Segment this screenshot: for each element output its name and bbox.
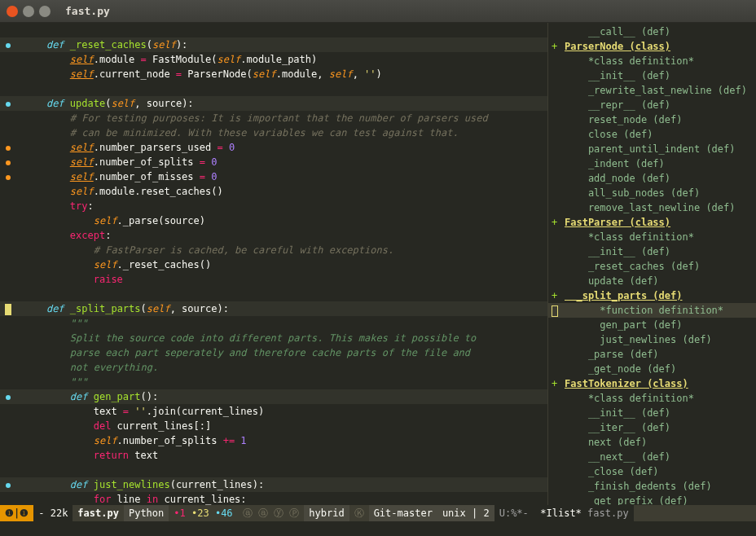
outline-item[interactable]: reset_node (def) bbox=[548, 112, 756, 127]
code-line[interactable]: def gen_part(): bbox=[0, 389, 547, 404]
close-icon[interactable] bbox=[7, 6, 18, 17]
outline-item[interactable]: _parse (def) bbox=[548, 347, 756, 362]
code-line[interactable]: parse each part seperately and therefore… bbox=[0, 345, 547, 360]
outline-item[interactable]: update (def) bbox=[548, 274, 756, 288]
gutter bbox=[0, 463, 16, 477]
code-line[interactable]: self._reset_caches() bbox=[0, 257, 547, 272]
gutter bbox=[0, 316, 16, 331]
outline-item[interactable]: parent_until_indent (def) bbox=[548, 142, 756, 156]
outline-gutter: + bbox=[552, 39, 565, 54]
gutter bbox=[0, 243, 16, 257]
code-line[interactable]: self.number_parsers_used = 0 bbox=[0, 140, 547, 155]
outline-item[interactable]: __next__ (def) bbox=[548, 450, 756, 464]
outline-item[interactable]: add_node (def) bbox=[548, 171, 756, 186]
ml-encoding: unix | 2 bbox=[437, 505, 494, 521]
outline-gutter bbox=[552, 464, 565, 479]
outline-item[interactable]: just_newlines (def) bbox=[548, 332, 756, 347]
outline-item[interactable]: _reset_caches (def) bbox=[548, 259, 756, 274]
outline-label: next (def) bbox=[565, 435, 756, 450]
code-line[interactable] bbox=[0, 81, 547, 96]
outline-item[interactable]: +FastTokenizer (class) bbox=[548, 376, 756, 391]
code-line[interactable]: self.current_node = ParserNode(self.modu… bbox=[0, 67, 547, 81]
outline-item[interactable]: next (def) bbox=[548, 435, 756, 450]
code-line[interactable]: self.number_of_splits = 0 bbox=[0, 155, 547, 169]
outline-item[interactable]: *class definition* bbox=[548, 54, 756, 68]
code-content: def gen_part(): bbox=[16, 389, 547, 404]
code-line[interactable]: # FastParser is cached, be careful with … bbox=[0, 243, 547, 257]
outline-panel[interactable]: __call__ (def)+ParserNode (class) *class… bbox=[547, 23, 756, 505]
ml-git[interactable]: Git-master bbox=[369, 505, 437, 521]
outline-item[interactable]: __init__ (def) bbox=[548, 244, 756, 259]
outline-item[interactable]: all_sub_nodes (def) bbox=[548, 186, 756, 200]
outline-item[interactable]: close (def) bbox=[548, 127, 756, 142]
outline-item[interactable]: __init__ (def) bbox=[548, 406, 756, 420]
outline-item[interactable]: +FastParser (class) bbox=[548, 215, 756, 230]
code-line[interactable]: for line in current_lines: bbox=[0, 492, 547, 505]
code-line[interactable]: # For testing purposes: It is important … bbox=[0, 111, 547, 125]
code-line[interactable]: """ bbox=[0, 316, 547, 331]
code-content: raise bbox=[16, 272, 547, 287]
outline-gutter bbox=[552, 112, 565, 127]
window-buttons bbox=[7, 6, 51, 17]
outline-item[interactable]: *function definition* bbox=[548, 303, 756, 318]
outline-gutter bbox=[552, 332, 565, 347]
outline-item[interactable]: __iter__ (def) bbox=[548, 420, 756, 435]
outline-gutter bbox=[552, 347, 565, 362]
outline-gutter: + bbox=[552, 288, 565, 303]
minimize-icon[interactable] bbox=[23, 6, 34, 17]
outline-gutter bbox=[552, 142, 565, 156]
outline-item[interactable]: +ParserNode (class) bbox=[548, 39, 756, 54]
outline-item[interactable]: __call__ (def) bbox=[548, 24, 756, 39]
minibuffer[interactable] bbox=[0, 521, 756, 536]
code-line[interactable] bbox=[0, 463, 547, 477]
outline-label: ParserNode (class) bbox=[565, 39, 756, 54]
outline-item[interactable]: *class definition* bbox=[548, 391, 756, 406]
modeline: ❶|❶ - 22k fast.py Python •1 •23 •46 ⓐ ⓐ … bbox=[0, 505, 756, 521]
outline-item[interactable]: _rewrite_last_newline (def) bbox=[548, 83, 756, 98]
outline-item[interactable]: gen_part (def) bbox=[548, 318, 756, 332]
code-line[interactable]: not everything. bbox=[0, 360, 547, 375]
ml-k: Ⓚ bbox=[349, 505, 369, 521]
outline-item[interactable]: + _split_parts (def) bbox=[548, 288, 756, 303]
outline-item[interactable]: __repr__ (def) bbox=[548, 98, 756, 112]
code-line[interactable]: self.number_of_misses = 0 bbox=[0, 169, 547, 184]
code-line[interactable]: raise bbox=[0, 272, 547, 287]
outline-gutter bbox=[552, 274, 565, 288]
code-line[interactable]: return text bbox=[0, 448, 547, 463]
code-line[interactable]: text = ''.join(current_lines) bbox=[0, 404, 547, 419]
code-line[interactable]: self._parse(source) bbox=[0, 213, 547, 228]
outline-item[interactable]: _close (def) bbox=[548, 464, 756, 479]
code-line[interactable]: """ bbox=[0, 375, 547, 389]
code-editor[interactable]: def _reset_caches(self): self.module = F… bbox=[0, 23, 547, 505]
code-line[interactable]: def just_newlines(current_lines): bbox=[0, 477, 547, 492]
outline-item[interactable]: _indent (def) bbox=[548, 156, 756, 171]
gutter bbox=[0, 169, 16, 184]
code-line[interactable]: try: bbox=[0, 199, 547, 213]
code-content: def update(self, source): bbox=[16, 96, 547, 111]
outline-item[interactable]: __init__ (def) bbox=[548, 68, 756, 83]
code-line[interactable] bbox=[0, 287, 547, 301]
maximize-icon[interactable] bbox=[39, 6, 51, 17]
code-line[interactable]: self.module.reset_caches() bbox=[0, 184, 547, 199]
code-line[interactable]: def _reset_caches(self): bbox=[0, 37, 547, 52]
ml-mode[interactable]: Python bbox=[124, 505, 169, 521]
code-line[interactable]: # can be minimized. With these variables… bbox=[0, 125, 547, 140]
code-line[interactable]: self.module = FastModule(self.module_pat… bbox=[0, 52, 547, 67]
outline-gutter bbox=[552, 68, 565, 83]
outline-item[interactable]: *class definition* bbox=[548, 230, 756, 244]
outline-item[interactable]: _finish_dedents (def) bbox=[548, 479, 756, 494]
code-line[interactable]: Split the source code into different par… bbox=[0, 331, 547, 345]
outline-label: just_newlines (def) bbox=[565, 332, 756, 347]
outline-label: parent_until_indent (def) bbox=[565, 142, 756, 156]
code-line[interactable]: def _split_parts(self, source): bbox=[0, 301, 547, 316]
outline-item[interactable]: _get_prefix (def) bbox=[548, 494, 756, 505]
code-line[interactable]: except: bbox=[0, 228, 547, 243]
code-line[interactable] bbox=[0, 23, 547, 37]
code-line[interactable]: def update(self, source): bbox=[0, 96, 547, 111]
outline-item[interactable]: remove_last_newline (def) bbox=[548, 200, 756, 215]
gutter bbox=[0, 257, 16, 272]
outline-item[interactable]: _get_node (def) bbox=[548, 362, 756, 376]
outline-label: *class definition* bbox=[565, 230, 756, 244]
code-line[interactable]: del current_lines[:] bbox=[0, 419, 547, 433]
code-line[interactable]: self.number_of_splits += 1 bbox=[0, 433, 547, 448]
